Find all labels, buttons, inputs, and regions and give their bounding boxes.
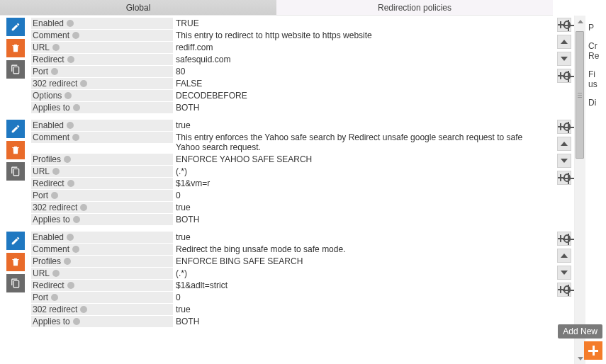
property-value: 80 — [173, 66, 551, 77]
edit-button[interactable] — [6, 232, 25, 250]
target-button[interactable] — [557, 18, 571, 32]
property-value: true — [173, 304, 551, 315]
property-value: rediff.com — [173, 42, 551, 53]
property-label: Comment — [31, 132, 173, 143]
property-value: (.*) — [173, 268, 551, 279]
help-icon[interactable] — [80, 306, 87, 313]
edit-button[interactable] — [6, 18, 25, 36]
help-icon[interactable] — [72, 134, 79, 141]
help-icon[interactable] — [73, 318, 80, 325]
property-label: 302 redirect — [31, 78, 173, 89]
property-row: URL (.*) — [31, 268, 551, 279]
property-row: 302 redirect true — [31, 202, 551, 213]
help-icon[interactable] — [64, 258, 71, 265]
property-row: URL rediff.com — [31, 42, 551, 53]
edit-button[interactable] — [6, 120, 25, 138]
help-icon[interactable] — [51, 68, 58, 75]
help-icon[interactable] — [67, 20, 74, 27]
entry-actions — [0, 18, 31, 81]
clone-button[interactable] — [6, 60, 25, 79]
help-icon[interactable] — [67, 56, 74, 63]
property-row: Applies to BOTH — [31, 316, 551, 327]
move-up-button[interactable] — [557, 137, 571, 151]
property-row: Enabled true — [31, 120, 551, 131]
property-value: DECODEBEFORE — [173, 90, 551, 101]
property-label: Comment — [31, 244, 173, 255]
delete-button[interactable] — [6, 141, 25, 159]
help-icon[interactable] — [52, 44, 60, 51]
move-up-button[interactable] — [557, 35, 571, 49]
scroll-thumb[interactable] — [576, 31, 584, 159]
property-value: $1&vm=r — [173, 178, 551, 189]
help-icon[interactable] — [67, 234, 74, 241]
help-icon[interactable] — [80, 204, 87, 211]
help-icon[interactable] — [51, 192, 58, 199]
property-value: BOTH — [173, 316, 551, 327]
property-value: BOTH — [173, 214, 551, 225]
policy-entry: Enabled true Comment Redirect the bing u… — [0, 232, 574, 328]
entry-side-controls — [554, 120, 574, 188]
help-icon[interactable] — [67, 282, 74, 289]
help-icon[interactable] — [51, 294, 58, 301]
help-icon[interactable] — [52, 168, 60, 175]
property-label: Options — [31, 90, 173, 101]
entry-actions — [0, 232, 31, 295]
help-icon[interactable] — [64, 92, 72, 99]
help-icon[interactable] — [67, 180, 74, 187]
property-row: Profiles ENFORCE YAHOO SAFE SEARCH — [31, 154, 551, 165]
property-row: Options DECODEBEFORE — [31, 90, 551, 101]
move-down-button[interactable] — [557, 154, 571, 168]
help-icon[interactable] — [67, 122, 74, 129]
property-value: $1&adlt=strict — [173, 280, 551, 291]
help-icon[interactable] — [72, 32, 79, 39]
property-label: Redirect — [31, 54, 173, 65]
target-button[interactable] — [557, 120, 571, 134]
target-button-2[interactable] — [557, 171, 571, 185]
property-row: Comment Redirect the bing unsafe mode to… — [31, 244, 551, 255]
property-value: Redirect the bing unsafe mode to safe mo… — [173, 244, 551, 255]
property-row: Profiles ENFORCE BING SAFE SEARCH — [31, 256, 551, 267]
scroll-up-button[interactable] — [575, 16, 585, 27]
target-button-2[interactable] — [557, 283, 571, 297]
property-value: true — [173, 120, 551, 131]
delete-button[interactable] — [6, 39, 25, 57]
scroll-track[interactable] — [575, 27, 585, 353]
tabs-bar: Global Redirection policies — [0, 0, 553, 16]
tab-redirection-policies[interactable]: Redirection policies — [276, 0, 553, 15]
entry-side-controls — [554, 232, 574, 300]
clone-button[interactable] — [6, 274, 25, 292]
move-up-button[interactable] — [557, 249, 571, 263]
property-row: Applies to BOTH — [31, 214, 551, 225]
property-label: Comment — [31, 30, 173, 41]
add-new-button[interactable] — [584, 341, 602, 360]
tab-global[interactable]: Global — [0, 0, 276, 15]
property-row: Comment This entry enforces the Yahoo sa… — [31, 132, 551, 153]
add-new-tooltip: Add New — [558, 324, 602, 339]
entry-side-controls — [554, 18, 574, 86]
property-label: Port — [31, 292, 173, 303]
help-icon[interactable] — [64, 156, 71, 163]
help-icon[interactable] — [52, 270, 60, 277]
property-row: Applies to BOTH — [31, 102, 551, 113]
property-label: URL — [31, 166, 173, 177]
property-value: true — [173, 202, 551, 213]
property-value: ENFORCE BING SAFE SEARCH — [173, 256, 551, 267]
move-down-button[interactable] — [557, 266, 571, 280]
clone-button[interactable] — [6, 162, 25, 181]
property-value: This entry to redirect to http website t… — [173, 30, 551, 41]
help-icon[interactable] — [80, 80, 87, 87]
property-row: Port 0 — [31, 190, 551, 201]
move-down-button[interactable] — [557, 52, 571, 66]
property-value: safesquid.com — [173, 54, 551, 65]
property-value: 0 — [173, 190, 551, 201]
help-icon[interactable] — [73, 104, 80, 111]
target-button[interactable] — [557, 232, 571, 246]
property-row: Port 0 — [31, 292, 551, 303]
property-row: Redirect $1&adlt=strict — [31, 280, 551, 291]
delete-button[interactable] — [6, 253, 25, 271]
side-help-panel: P CrRe Fius Di — [585, 16, 606, 364]
help-icon[interactable] — [72, 246, 79, 253]
help-icon[interactable] — [73, 216, 80, 223]
target-button-2[interactable] — [557, 69, 571, 83]
vertical-scrollbar[interactable] — [574, 16, 585, 364]
